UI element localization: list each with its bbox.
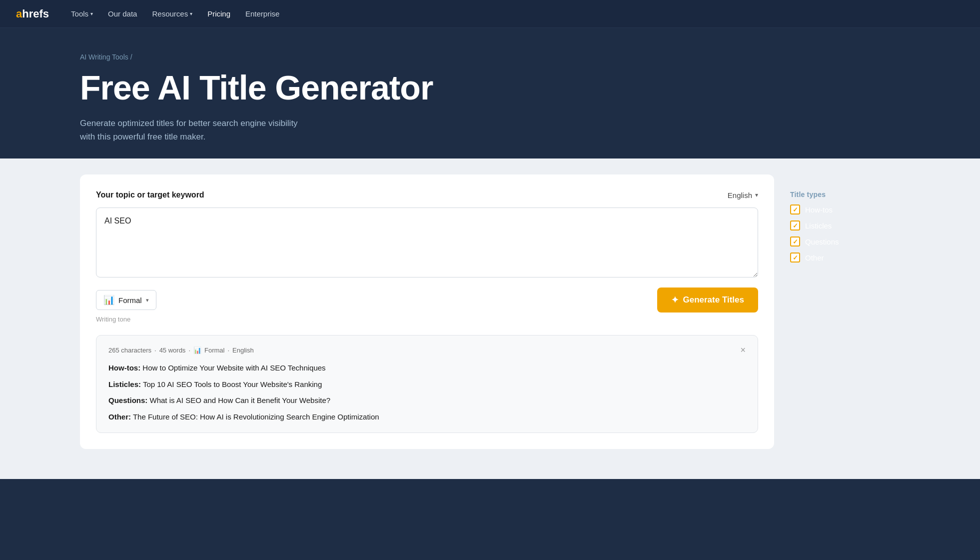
checkbox-item-other[interactable]: Other [790,252,900,262]
logo[interactable]: ahrefs [16,8,49,20]
navbar: ahrefs Tools ▾ Our data Resources ▾ Pric… [0,0,980,28]
language-value: English [728,191,752,200]
chevron-down-icon: ▾ [146,297,149,304]
results-chars: 265 characters [108,346,151,354]
result-type: Other: [108,412,131,421]
breadcrumb-sep: / [130,53,132,61]
result-type: Questions: [108,396,147,404]
checkbox-item-questions[interactable]: Questions [790,236,900,246]
meta-dot2: · [188,346,190,354]
tool-card-header: Your topic or target keyword English ▾ [96,190,758,200]
chevron-down-icon: ▾ [190,11,192,16]
checkbox-label: Other [805,254,824,262]
breadcrumb: AI Writing Tools / [80,53,530,61]
results-meta-info: 265 characters · 45 words · 📊 Formal · E… [108,346,254,354]
toolbar-row: 📊 Formal ▾ ✦ Generate Titles [96,288,758,312]
chevron-down-icon: ▾ [90,11,93,16]
keyword-input[interactable]: AI SEO [96,208,758,278]
result-text: How to Optimize Your Website with AI SEO… [140,364,325,372]
title-types-label: Title types [790,190,900,198]
checkbox-listicles[interactable] [790,220,800,230]
chevron-down-icon: ▾ [755,192,758,198]
spark-icon: ✦ [671,294,679,306]
results-tone: Formal [204,346,224,354]
results-list: How-tos: How to Optimize Your Website wi… [108,362,746,422]
result-text: The Future of SEO: How AI is Revolutioni… [131,412,379,421]
result-item: How-tos: How to Optimize Your Website wi… [108,362,746,374]
results-meta: 265 characters · 45 words · 📊 Formal · E… [108,346,746,354]
result-item: Questions: What is AI SEO and How Can it… [108,395,746,406]
generate-button-label: Generate Titles [683,295,744,305]
nav-links: Tools ▾ Our data Resources ▾ Pricing Ent… [65,6,285,21]
sidebar: Title types How-tos Listicles Questions … [790,174,900,262]
results-tone-icon: 📊 [193,346,201,354]
logo-a: a [16,8,22,20]
checkbox-label: Questions [805,238,839,246]
nav-tools[interactable]: Tools ▾ [65,6,99,21]
meta-dot1: · [154,346,156,354]
breadcrumb-link[interactable]: AI Writing Tools [80,53,128,61]
result-item: Other: The Future of SEO: How AI is Revo… [108,412,746,423]
result-item: Listicles: Top 10 AI SEO Tools to Boost … [108,379,746,390]
writing-tone-hint: Writing tone [96,316,758,323]
result-type: Listicles: [108,380,141,388]
tone-select-button[interactable]: 📊 Formal ▾ [96,290,156,310]
checkbox-list: How-tos Listicles Questions Other [790,204,900,262]
tone-label: Formal [118,296,142,304]
checkbox-questions[interactable] [790,236,800,246]
language-select[interactable]: English ▾ [728,191,758,200]
tone-icon: 📊 [103,294,114,306]
nav-enterprise[interactable]: Enterprise [239,6,285,21]
checkbox-how-tos[interactable] [790,204,800,214]
results-lang: English [232,346,254,354]
checkbox-other[interactable] [790,252,800,262]
checkbox-item-listicles[interactable]: Listicles [790,220,900,230]
logo-hrefs: hrefs [22,8,49,20]
nav-our-data[interactable]: Our data [102,6,143,21]
results-words: 45 words [159,346,186,354]
tool-card: Your topic or target keyword English ▾ A… [80,174,774,449]
page-title: Free AI Title Generator [80,69,530,106]
checkbox-label: Listicles [805,222,832,230]
keyword-label: Your topic or target keyword [96,190,204,200]
generate-button[interactable]: ✦ Generate Titles [657,288,758,312]
checkbox-item-how-tos[interactable]: How-tos [790,204,900,214]
hero-description: Generate optimized titles for better sea… [80,116,310,144]
result-text: What is AI SEO and How Can it Benefit Yo… [147,396,330,404]
nav-pricing[interactable]: Pricing [201,6,236,21]
result-type: How-tos: [108,364,140,372]
results-card: 265 characters · 45 words · 📊 Formal · E… [96,335,758,433]
close-results-button[interactable]: × [740,346,746,354]
meta-dot3: · [227,346,229,354]
checkbox-label: How-tos [805,206,833,214]
nav-resources[interactable]: Resources ▾ [146,6,198,21]
result-text: Top 10 AI SEO Tools to Boost Your Websit… [141,380,322,388]
